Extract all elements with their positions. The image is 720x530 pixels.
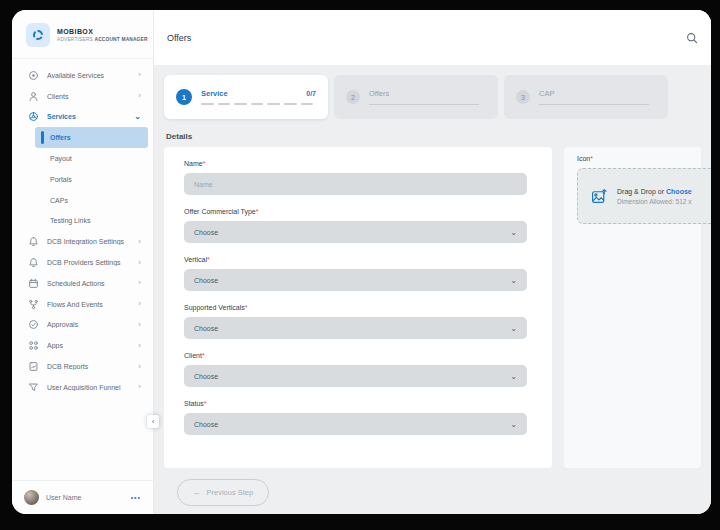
chevron-right-icon: ›	[138, 342, 141, 350]
step-placeholder-line	[539, 104, 649, 105]
step-progress-segments	[201, 103, 316, 106]
details-form: Name* Offer Commercial Type* Choose ⌄ Ve…	[164, 147, 552, 468]
grid-icon	[28, 340, 39, 351]
sidebar-nav: Available Services › Clients › Services …	[12, 59, 153, 480]
sidebar-item-services[interactable]: Services ⌄	[12, 107, 153, 128]
chevron-down-icon: ⌄	[510, 228, 517, 237]
field-label: Offer Commercial Type*	[184, 208, 532, 215]
sidebar-item-approvals[interactable]: Approvals ›	[12, 315, 153, 336]
step-label: CAP	[539, 89, 554, 98]
sidebar-subitem-testing-links[interactable]: Testing Links	[35, 211, 148, 232]
step-number-badge: 3	[516, 90, 530, 104]
wheel-icon	[28, 111, 39, 122]
chevron-right-icon: ›	[138, 321, 141, 329]
offer-commercial-type-select[interactable]: Choose ⌄	[184, 221, 527, 243]
bell-icon	[28, 257, 39, 268]
sidebar-subitem-portals[interactable]: Portals	[35, 169, 148, 190]
sidebar-collapse-button[interactable]: ‹	[147, 415, 159, 428]
field-client: Client* Choose ⌄	[184, 352, 532, 387]
required-mark: *	[256, 208, 259, 215]
choose-file-link[interactable]: Choose	[666, 188, 692, 195]
form-footer: ← Previous Step	[164, 468, 701, 506]
search-icon[interactable]	[686, 32, 698, 44]
chevron-right-icon: ›	[138, 363, 141, 371]
status-select[interactable]: Choose ⌄	[184, 413, 527, 435]
step-progress: 0/7	[306, 90, 316, 97]
check-circle-icon	[28, 319, 39, 330]
sidebar-item-flows-and-events[interactable]: Flows And Events ›	[12, 294, 153, 315]
client-select[interactable]: Choose ⌄	[184, 365, 527, 387]
chevron-down-icon: ⌄	[510, 324, 517, 333]
user-icon	[28, 91, 39, 102]
chevron-down-icon: ⌄	[510, 420, 517, 429]
field-label: Status*	[184, 400, 532, 407]
sidebar-item-available-services[interactable]: Available Services ›	[12, 65, 153, 86]
step-cap[interactable]: 3 CAP	[504, 75, 668, 119]
field-label: Vertical*	[184, 256, 532, 263]
sidebar-item-dcb-integration-settings[interactable]: DCB Integration Settings ›	[12, 231, 153, 252]
main-area: Offers 1 Service 0/7	[154, 10, 711, 514]
user-row: User Name •••	[12, 480, 153, 514]
icon-dropzone[interactable]: Drag & Drop or Choose Dimension Allowed:…	[577, 168, 711, 224]
calendar-icon	[28, 278, 39, 289]
image-upload-icon	[591, 188, 608, 205]
field-label: Supported Verticals*	[184, 304, 532, 311]
sidebar-item-dcb-providers-settings[interactable]: DCB Providers Settings ›	[12, 252, 153, 273]
sidebar-item-user-acquisition-funnel[interactable]: User Acquisition Funnel ›	[12, 377, 153, 398]
user-menu-dots-icon[interactable]: •••	[131, 494, 141, 501]
details-panels: Name* Offer Commercial Type* Choose ⌄ Ve…	[164, 147, 701, 468]
field-supported-verticals: Supported Verticals* Choose ⌄	[184, 304, 532, 339]
step-label: Service	[201, 89, 228, 98]
field-label: Client*	[184, 352, 532, 359]
sidebar-item-scheduled-actions[interactable]: Scheduled Actions ›	[12, 273, 153, 294]
icon-panel: Icon* Drag & Drop or Choose Dimension Al…	[564, 147, 701, 468]
chevron-down-icon: ⌄	[510, 276, 517, 285]
required-mark: *	[245, 304, 248, 311]
avatar	[24, 490, 39, 505]
name-input[interactable]	[184, 173, 527, 195]
chevron-down-icon: ⌄	[510, 372, 517, 381]
chevron-right-icon: ›	[138, 71, 141, 79]
content-body: 1 Service 0/7 2 Offers	[154, 65, 711, 514]
chevron-right-icon: ›	[138, 259, 141, 267]
logo: MOBIBOX ADVERTISERS ACCOUNT MANAGER	[12, 10, 153, 59]
sidebar-item-apps[interactable]: Apps ›	[12, 335, 153, 356]
field-name: Name*	[184, 160, 532, 195]
sidebar-subitem-payout[interactable]: Payout	[35, 148, 148, 169]
previous-step-button[interactable]: ← Previous Step	[177, 479, 269, 506]
field-offer-commercial-type: Offer Commercial Type* Choose ⌄	[184, 208, 532, 243]
user-name: User Name	[46, 494, 124, 501]
details-section-title: Details	[166, 132, 701, 141]
vertical-select[interactable]: Choose ⌄	[184, 269, 527, 291]
sidebar-item-dcb-reports[interactable]: DCB Reports ›	[12, 356, 153, 377]
chevron-right-icon: ›	[138, 92, 141, 100]
bell-icon	[28, 236, 39, 247]
topbar: Offers	[154, 10, 711, 65]
required-mark: *	[204, 400, 207, 407]
field-vertical: Vertical* Choose ⌄	[184, 256, 532, 291]
report-icon	[28, 361, 39, 372]
step-offers[interactable]: 2 Offers	[334, 75, 498, 119]
step-number-badge: 2	[346, 90, 360, 104]
supported-verticals-select[interactable]: Choose ⌄	[184, 317, 527, 339]
sidebar-subitem-offers[interactable]: Offers	[35, 127, 148, 148]
flow-icon	[28, 299, 39, 310]
chevron-down-icon: ⌄	[134, 113, 141, 121]
step-service[interactable]: 1 Service 0/7	[164, 75, 328, 119]
sidebar-item-clients[interactable]: Clients ›	[12, 86, 153, 107]
target-icon	[28, 70, 39, 81]
field-status: Status* Choose ⌄	[184, 400, 532, 435]
step-placeholder-line	[369, 104, 479, 105]
sidebar-subitem-caps[interactable]: CAPs	[35, 190, 148, 211]
stepper: 1 Service 0/7 2 Offers	[164, 75, 701, 119]
chevron-right-icon: ›	[138, 383, 141, 391]
app-window: MOBIBOX ADVERTISERS ACCOUNT MANAGER Avai…	[12, 10, 711, 514]
required-mark: *	[202, 352, 205, 359]
page-title: Offers	[167, 33, 686, 43]
logo-subtitle: ADVERTISERS ACCOUNT MANAGER	[57, 36, 148, 43]
required-mark: *	[203, 160, 206, 167]
logo-title: MOBIBOX	[57, 27, 148, 36]
required-mark: *	[590, 155, 593, 162]
required-mark: *	[207, 256, 210, 263]
back-arrow-icon: ←	[193, 488, 201, 497]
